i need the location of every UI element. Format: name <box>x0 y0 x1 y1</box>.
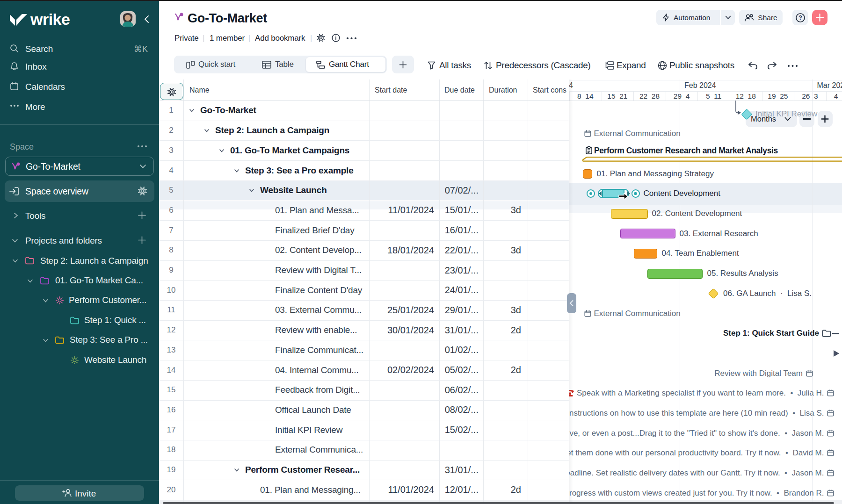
svg-text:?: ? <box>798 14 802 21</box>
svg-text:wrike: wrike <box>30 12 70 28</box>
